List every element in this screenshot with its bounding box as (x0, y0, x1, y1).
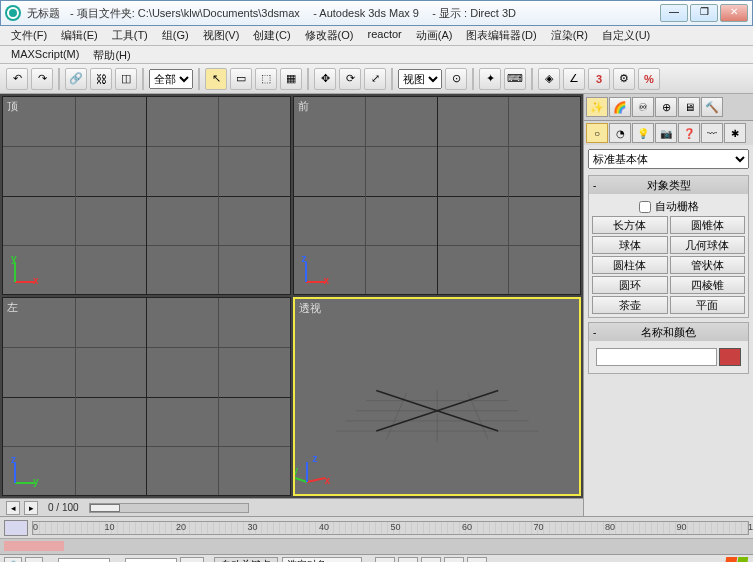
menu-help[interactable]: 帮助(H) (86, 46, 137, 63)
link-button[interactable]: 🔗 (65, 68, 87, 90)
teapot-button[interactable]: 茶壶 (592, 296, 668, 314)
percent-snap-button[interactable]: 3 (588, 68, 610, 90)
track-bar[interactable] (0, 538, 753, 554)
x-field[interactable] (58, 558, 110, 562)
absolute-mode-button[interactable]: ◧ (25, 557, 43, 562)
viewport-perspective[interactable]: 透视 x y z (293, 297, 582, 496)
viewport-slider-thumb[interactable] (90, 504, 120, 512)
toolbar-separator (142, 68, 144, 90)
percent-icon[interactable]: % (638, 68, 660, 90)
object-color-swatch[interactable] (719, 348, 741, 366)
slider-next-button[interactable]: ▸ (24, 501, 38, 515)
systems-subtab[interactable]: ✱ (724, 123, 746, 143)
slider-prev-button[interactable]: ◂ (6, 501, 20, 515)
viewport-top[interactable]: 顶 x y (2, 96, 291, 295)
lights-subtab[interactable]: 💡 (632, 123, 654, 143)
timeline-tick: 60 (462, 522, 472, 532)
create-tab[interactable]: ✨ (586, 97, 608, 117)
menu-tools[interactable]: 工具(T) (105, 26, 155, 45)
shapes-subtab[interactable]: ◔ (609, 123, 631, 143)
viewport-front[interactable]: 前 x z (293, 96, 582, 295)
menu-create[interactable]: 创建(C) (246, 26, 297, 45)
rotate-button[interactable]: ⟳ (339, 68, 361, 90)
manipulate-button[interactable]: ✦ (479, 68, 501, 90)
window-crossing-button[interactable]: ▦ (280, 68, 302, 90)
geosphere-button[interactable]: 几何球体 (670, 236, 746, 254)
spinner-snap-button[interactable]: ⚙ (613, 68, 635, 90)
snap-button[interactable]: ◈ (538, 68, 560, 90)
selection-filter[interactable]: 全部 (149, 69, 193, 89)
menu-render[interactable]: 渲染(R) (544, 26, 595, 45)
object-type-rollout: - 对象类型 自动栅格 长方体 圆锥体 球体 几何球体 圆柱体 管状体 圆环 四… (588, 175, 749, 318)
timeline-tick: 80 (605, 522, 615, 532)
dropdown-arrow-icon: ▾ (365, 559, 371, 563)
menu-modifiers[interactable]: 修改器(O) (298, 26, 361, 45)
cone-button[interactable]: 圆锥体 (670, 216, 746, 234)
main-area: 顶 x y 前 x (0, 94, 753, 516)
time-slider-track[interactable]: 0102030405060708090100 (32, 521, 749, 535)
pivot-button[interactable]: ⊙ (445, 68, 467, 90)
key-icon[interactable]: ⊸ (180, 557, 204, 562)
lock-selection-button[interactable]: 🔒 (4, 557, 22, 562)
viewport-left[interactable]: 左 y z (2, 297, 291, 496)
autokey-button[interactable]: 自动关键点 (214, 557, 278, 562)
play-button[interactable]: ▶ (421, 557, 441, 562)
keymode-dropdown[interactable]: 选定对象 (282, 557, 362, 562)
menu-animation[interactable]: 动画(A) (409, 26, 460, 45)
scale-button[interactable]: ⤢ (364, 68, 386, 90)
menu-group[interactable]: 组(G) (155, 26, 196, 45)
close-button[interactable]: ✕ (720, 4, 748, 22)
rollout-header[interactable]: - 名称和颜色 (589, 323, 748, 341)
category-dropdown[interactable]: 标准基本体 (588, 149, 749, 169)
keyboard-shortcut-button[interactable]: ⌨ (504, 68, 526, 90)
move-button[interactable]: ✥ (314, 68, 336, 90)
ref-coord-dropdown[interactable]: 视图 (398, 69, 442, 89)
utilities-tab[interactable]: 🔨 (701, 97, 723, 117)
menu-graph[interactable]: 图表编辑器(D) (459, 26, 543, 45)
menu-reactor[interactable]: reactor (361, 26, 409, 45)
geometry-subtab[interactable]: ○ (586, 123, 608, 143)
autogrid-checkbox[interactable] (639, 201, 651, 213)
box-button[interactable]: 长方体 (592, 216, 668, 234)
motion-tab[interactable]: ⊕ (655, 97, 677, 117)
plane-button[interactable]: 平面 (670, 296, 746, 314)
menu-customize[interactable]: 自定义(U) (595, 26, 657, 45)
goto-end-button[interactable]: ⏭ (467, 557, 487, 562)
sphere-button[interactable]: 球体 (592, 236, 668, 254)
torus-button[interactable]: 圆环 (592, 276, 668, 294)
select-button[interactable]: ↖ (205, 68, 227, 90)
select-region-button[interactable]: ⬚ (255, 68, 277, 90)
undo-button[interactable]: ↶ (6, 68, 28, 90)
redo-button[interactable]: ↷ (31, 68, 53, 90)
menu-edit[interactable]: 编辑(E) (54, 26, 105, 45)
rollout-toggle-icon: - (593, 327, 596, 338)
goto-start-button[interactable]: ⏮ (375, 557, 395, 562)
modify-tab[interactable]: 🌈 (609, 97, 631, 117)
select-by-name-button[interactable]: ▭ (230, 68, 252, 90)
unlink-button[interactable]: ⛓ (90, 68, 112, 90)
y-field[interactable] (125, 558, 177, 562)
time-slider-knob[interactable] (4, 520, 28, 536)
helpers-subtab[interactable]: ❓ (678, 123, 700, 143)
window-buttons: — ❐ ✕ (660, 4, 748, 22)
timeline-tick: 70 (534, 522, 544, 532)
tube-button[interactable]: 管状体 (670, 256, 746, 274)
spacewarps-subtab[interactable]: 〰 (701, 123, 723, 143)
menu-views[interactable]: 视图(V) (196, 26, 247, 45)
object-name-input[interactable] (596, 348, 717, 366)
menu-file[interactable]: 文件(F) (4, 26, 54, 45)
next-frame-button[interactable]: ▸ (444, 557, 464, 562)
viewport-slider-track[interactable] (89, 503, 249, 513)
rollout-header[interactable]: - 对象类型 (589, 176, 748, 194)
minimize-button[interactable]: — (660, 4, 688, 22)
bind-button[interactable]: ◫ (115, 68, 137, 90)
display-tab[interactable]: 🖥 (678, 97, 700, 117)
maximize-button[interactable]: ❐ (690, 4, 718, 22)
cylinder-button[interactable]: 圆柱体 (592, 256, 668, 274)
menu-maxscript[interactable]: MAXScript(M) (4, 46, 86, 63)
pyramid-button[interactable]: 四棱锥 (670, 276, 746, 294)
angle-snap-button[interactable]: ∠ (563, 68, 585, 90)
hierarchy-tab[interactable]: ♾ (632, 97, 654, 117)
prev-frame-button[interactable]: ◂ (398, 557, 418, 562)
cameras-subtab[interactable]: 📷 (655, 123, 677, 143)
